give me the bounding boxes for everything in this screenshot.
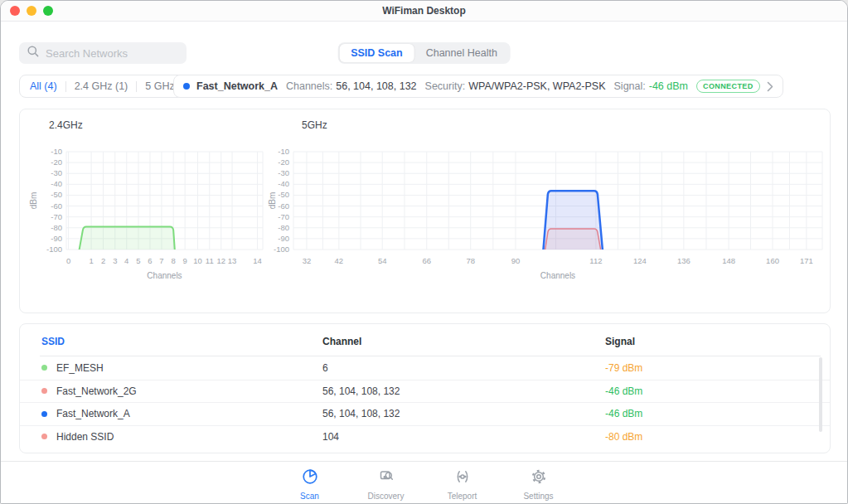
spectrum-charts: -10-20-30-40-50-60-70-80-90-100012345678… — [20, 109, 830, 313]
signal-label: Signal: — [614, 80, 646, 92]
tab-channel-health[interactable]: Channel Health — [414, 44, 509, 62]
svg-text:10: 10 — [193, 256, 202, 265]
svg-text:90: 90 — [511, 256, 521, 265]
svg-text:-30: -30 — [51, 168, 62, 177]
svg-text:12: 12 — [216, 256, 225, 265]
ssid-table-card: SSID Channel Signal EF_MESH6-79 dBmFast_… — [19, 323, 831, 453]
window-title: WiFiman Desktop — [1, 1, 847, 22]
svg-text:171: 171 — [800, 256, 813, 265]
column-header-channel[interactable]: Channel — [322, 336, 361, 347]
svg-text:-10: -10 — [278, 147, 289, 156]
table-row[interactable]: Fast_Network_2G56, 104, 108, 132-46 dBm — [20, 380, 830, 403]
ssid-color-dot — [41, 411, 47, 417]
svg-text:-70: -70 — [51, 212, 62, 221]
filter-chip-2-4-ghz-1[interactable]: 2.4 GHz (1) — [75, 80, 128, 92]
cell-channel: 6 — [322, 362, 328, 374]
cell-channel: 104 — [322, 431, 339, 443]
chevron-right-icon[interactable] — [767, 81, 773, 92]
svg-text:32: 32 — [303, 256, 312, 265]
svg-text:Channels: Channels — [540, 271, 575, 280]
chip-separator — [65, 81, 66, 92]
search-input[interactable] — [46, 47, 191, 60]
svg-text:54: 54 — [378, 256, 387, 265]
settings-icon — [530, 468, 548, 489]
svg-text:148: 148 — [722, 256, 735, 265]
svg-text:-10: -10 — [51, 147, 62, 156]
svg-text:2: 2 — [101, 256, 105, 265]
svg-text:-20: -20 — [278, 158, 289, 167]
svg-text:-80: -80 — [278, 223, 289, 232]
svg-text:6: 6 — [148, 256, 152, 265]
selected-network-bar[interactable]: Fast_Network_A Channels: 56, 104, 108, 1… — [173, 75, 783, 98]
ssid-color-dot — [41, 388, 47, 394]
nav-settings[interactable]: Settings — [512, 468, 565, 501]
table-scrollbar[interactable] — [819, 357, 822, 432]
nav-label: Settings — [523, 492, 553, 501]
svg-text:-100: -100 — [46, 245, 62, 254]
scan-icon — [301, 468, 319, 489]
svg-text:Channels: Channels — [147, 271, 182, 280]
svg-text:-90: -90 — [51, 234, 62, 243]
chip-separator — [136, 81, 137, 92]
cell-ssid: Fast_Network_A — [56, 408, 130, 419]
table-row[interactable]: EF_MESH6-79 dBm — [20, 356, 830, 380]
cell-ssid: Hidden SSID — [56, 431, 114, 443]
cell-channel: 56, 104, 108, 132 — [322, 385, 400, 397]
svg-text:-80: -80 — [51, 223, 62, 232]
channels-value: 56, 104, 108, 132 — [336, 80, 416, 92]
nav-discovery[interactable]: Discovery — [360, 468, 413, 501]
svg-text:124: 124 — [633, 256, 647, 265]
network-name: Fast_Network_A — [196, 80, 278, 92]
filter-chip-all-4[interactable]: All (4) — [30, 80, 57, 92]
ssid-color-dot — [41, 365, 47, 371]
svg-text:-30: -30 — [278, 168, 289, 177]
column-header-ssid[interactable]: SSID — [41, 336, 65, 347]
ssid-table-body: EF_MESH6-79 dBmFast_Network_2G56, 104, 1… — [20, 356, 830, 448]
svg-text:13: 13 — [228, 256, 237, 265]
cell-channel: 56, 104, 108, 132 — [322, 408, 400, 419]
spectrum-charts-card: 2.4GHz 5GHz -10-20-30-40-50-60-70-80-90-… — [19, 109, 831, 313]
svg-text:9: 9 — [182, 256, 187, 265]
svg-text:136: 136 — [677, 256, 691, 265]
svg-text:-70: -70 — [278, 212, 289, 221]
nav-label: Teleport — [448, 492, 477, 501]
svg-text:dBm: dBm — [268, 192, 277, 210]
app-window: WiFiman Desktop SSID ScanChannel Health … — [0, 0, 848, 504]
nav-label: Scan — [300, 492, 319, 501]
connected-badge: CONNECTED — [696, 80, 760, 93]
svg-text:-90: -90 — [278, 234, 289, 243]
table-row[interactable]: Hidden SSID104-80 dBm — [20, 425, 830, 448]
svg-text:7: 7 — [159, 256, 163, 265]
tab-switcher: SSID ScanChannel Health — [337, 42, 511, 64]
svg-text:dBm: dBm — [29, 192, 38, 210]
channels-label: Channels: — [286, 80, 332, 92]
nav-scan[interactable]: Scan — [283, 468, 337, 501]
nav-teleport[interactable]: Teleport — [436, 468, 489, 501]
cell-ssid: Fast_Network_2G — [56, 385, 137, 397]
security-value: WPA/WPA2-PSK, WPA2-PSK — [468, 80, 605, 92]
svg-text:14: 14 — [253, 256, 262, 265]
svg-text:112: 112 — [589, 256, 602, 265]
table-row[interactable]: Fast_Network_A56, 104, 108, 132-46 dBm — [20, 402, 830, 425]
discovery-icon — [377, 468, 395, 489]
svg-text:-60: -60 — [278, 201, 289, 211]
svg-text:-40: -40 — [51, 179, 62, 188]
security-label: Security: — [425, 80, 466, 92]
svg-text:4: 4 — [124, 256, 128, 265]
svg-text:0: 0 — [66, 256, 70, 265]
svg-text:11: 11 — [206, 256, 214, 265]
svg-text:3: 3 — [113, 256, 117, 265]
cell-signal: -79 dBm — [605, 362, 642, 374]
tab-ssid-scan[interactable]: SSID Scan — [339, 44, 414, 62]
bottom-nav: ScanDiscoveryTeleportSettings — [1, 461, 847, 503]
svg-text:8: 8 — [172, 256, 176, 265]
svg-text:66: 66 — [422, 256, 431, 265]
cell-ssid: EF_MESH — [56, 362, 104, 374]
column-header-signal[interactable]: Signal — [605, 336, 635, 347]
cell-signal: -80 dBm — [605, 431, 642, 443]
nav-label: Discovery — [368, 492, 405, 501]
cell-signal: -46 dBm — [605, 408, 642, 419]
search-box[interactable] — [19, 42, 187, 64]
ssid-color-dot — [41, 434, 47, 439]
chart-2-4ghz: -10-20-30-40-50-60-70-80-90-100012345678… — [29, 147, 263, 280]
